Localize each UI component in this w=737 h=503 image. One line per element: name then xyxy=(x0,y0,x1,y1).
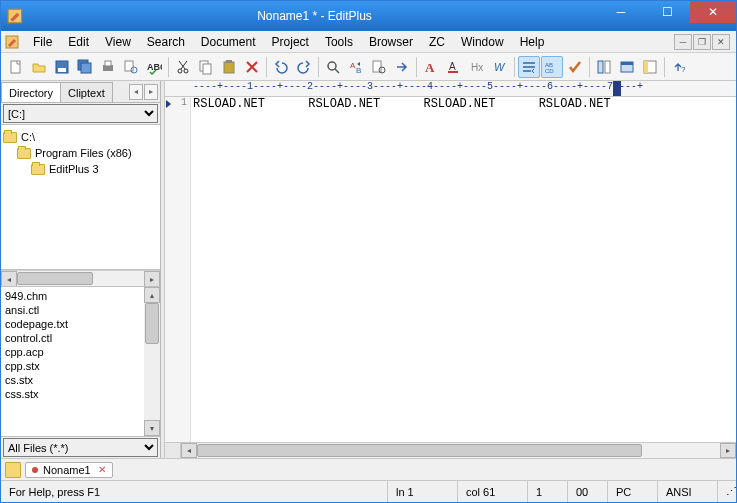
cut-button[interactable] xyxy=(172,56,194,78)
scroll-down-icon[interactable]: ▾ xyxy=(144,420,160,436)
scroll-right-icon[interactable]: ▸ xyxy=(144,271,160,287)
folder-tree[interactable]: C:\Program Files (x86)EditPlus 3 xyxy=(1,125,160,270)
file-item[interactable]: cpp.acp xyxy=(5,345,156,359)
mdi-restore[interactable]: ❐ xyxy=(693,34,711,50)
doc-tab-label: Noname1 xyxy=(43,464,91,476)
word-wrap-button[interactable] xyxy=(518,56,540,78)
tab-close-icon[interactable]: ✕ xyxy=(98,464,106,475)
filter-select[interactable]: All Files (*.*) xyxy=(3,438,158,457)
toggle-panel-button[interactable] xyxy=(639,56,661,78)
scroll-thumb[interactable] xyxy=(17,272,93,285)
doc-tab[interactable]: Noname1 ✕ xyxy=(25,462,113,478)
spell-check-button[interactable]: ABC xyxy=(143,56,165,78)
font-bold-button[interactable]: A xyxy=(420,56,442,78)
strike-button[interactable]: W xyxy=(489,56,511,78)
document-tabs: Noname1 ✕ xyxy=(1,458,736,480)
drive-selector[interactable]: [C:] xyxy=(1,103,160,125)
check-button[interactable] xyxy=(564,56,586,78)
file-list[interactable]: 949.chmansi.ctlcodepage.txtcontrol.ctlcp… xyxy=(1,286,160,436)
status-grip[interactable]: ⋰ xyxy=(718,481,736,502)
goto-button[interactable] xyxy=(391,56,413,78)
close-button[interactable]: ✕ xyxy=(690,1,736,23)
gutter: 1 xyxy=(165,97,191,442)
svg-point-12 xyxy=(178,69,182,73)
copy-button[interactable] xyxy=(195,56,217,78)
save-all-button[interactable] xyxy=(74,56,96,78)
drive-select[interactable]: [C:] xyxy=(3,104,158,123)
print-preview-icon xyxy=(123,59,139,75)
tab-directory[interactable]: Directory xyxy=(1,82,61,102)
show-codes-button[interactable]: ABCD xyxy=(541,56,563,78)
find-replace-button[interactable]: AB xyxy=(345,56,367,78)
text-content[interactable]: RSLOAD.NET RSLOAD.NET RSLOAD.NET RSLOAD.… xyxy=(193,97,736,112)
undo-button[interactable] xyxy=(270,56,292,78)
menu-file[interactable]: File xyxy=(25,33,60,51)
menu-window[interactable]: Window xyxy=(453,33,512,51)
open-file-button[interactable] xyxy=(28,56,50,78)
line-number: 1 xyxy=(181,97,187,108)
menu-browser[interactable]: Browser xyxy=(361,33,421,51)
print-button[interactable] xyxy=(97,56,119,78)
svg-text:CD: CD xyxy=(545,68,554,74)
maximize-button[interactable]: ☐ xyxy=(644,1,690,23)
menu-edit[interactable]: Edit xyxy=(60,33,97,51)
delete-button[interactable] xyxy=(241,56,263,78)
edit-area[interactable]: 1 RSLOAD.NET RSLOAD.NET RSLOAD.NET RSLOA… xyxy=(165,97,736,442)
scroll-thumb[interactable] xyxy=(197,444,642,457)
status-line: ln 1 xyxy=(388,481,458,502)
file-item[interactable]: codepage.txt xyxy=(5,317,156,331)
workarea: Directory Cliptext ◂ ▸ [C:] C:\Program F… xyxy=(1,81,736,458)
file-item[interactable]: 949.chm xyxy=(5,289,156,303)
split-grip[interactable] xyxy=(165,443,181,458)
column-select-button[interactable] xyxy=(593,56,615,78)
menu-tools[interactable]: Tools xyxy=(317,33,361,51)
file-item[interactable]: ansi.ctl xyxy=(5,303,156,317)
file-item[interactable]: css.stx xyxy=(5,387,156,401)
minimize-button[interactable]: ─ xyxy=(598,1,644,23)
browser-preview-button[interactable] xyxy=(616,56,638,78)
find-in-files-button[interactable] xyxy=(368,56,390,78)
tree-item[interactable]: Program Files (x86) xyxy=(3,145,158,161)
scroll-up-icon[interactable]: ▴ xyxy=(144,287,160,303)
side-tab-prev[interactable]: ◂ xyxy=(129,84,143,100)
help-button[interactable]: ? xyxy=(668,56,690,78)
tree-item[interactable]: C:\ xyxy=(3,129,158,145)
file-item[interactable]: control.ctl xyxy=(5,331,156,345)
save-button[interactable] xyxy=(51,56,73,78)
file-item[interactable]: cpp.stx xyxy=(5,359,156,373)
menu-zc[interactable]: ZC xyxy=(421,33,453,51)
font-color-button[interactable]: A xyxy=(443,56,465,78)
menu-view[interactable]: View xyxy=(97,33,139,51)
column-select-icon xyxy=(596,59,612,75)
scroll-thumb[interactable] xyxy=(145,303,159,344)
scroll-right-icon[interactable]: ▸ xyxy=(720,443,736,458)
spell-check-icon: ABC xyxy=(146,59,162,75)
file-item[interactable]: cs.stx xyxy=(5,373,156,387)
file-filter[interactable]: All Files (*.*) xyxy=(1,436,160,458)
scroll-left-icon[interactable]: ◂ xyxy=(181,443,197,458)
tab-cliptext[interactable]: Cliptext xyxy=(60,82,113,102)
mdi-minimize[interactable]: ─ xyxy=(674,34,692,50)
scroll-left-icon[interactable]: ◂ xyxy=(1,271,17,287)
svg-rect-30 xyxy=(598,61,603,73)
menu-help[interactable]: Help xyxy=(512,33,553,51)
paste-button[interactable] xyxy=(218,56,240,78)
editor-hscroll[interactable]: ◂ ▸ xyxy=(165,442,736,458)
filelist-vscroll[interactable]: ▴ ▾ xyxy=(144,287,160,436)
print-preview-button[interactable] xyxy=(120,56,142,78)
svg-point-13 xyxy=(184,69,188,73)
app-icon xyxy=(7,7,25,25)
find-button[interactable] xyxy=(322,56,344,78)
side-tab-next[interactable]: ▸ xyxy=(144,84,158,100)
tree-hscroll[interactable]: ◂ ▸ xyxy=(1,270,160,286)
side-tabs: Directory Cliptext ◂ ▸ xyxy=(1,81,160,103)
menu-project[interactable]: Project xyxy=(264,33,317,51)
menu-search[interactable]: Search xyxy=(139,33,193,51)
highlight-button[interactable]: Hx xyxy=(466,56,488,78)
menu-document[interactable]: Document xyxy=(193,33,264,51)
tree-item[interactable]: EditPlus 3 xyxy=(3,161,158,177)
folder-icon[interactable] xyxy=(5,462,21,478)
redo-button[interactable] xyxy=(293,56,315,78)
new-file-button[interactable] xyxy=(5,56,27,78)
mdi-close[interactable]: ✕ xyxy=(712,34,730,50)
